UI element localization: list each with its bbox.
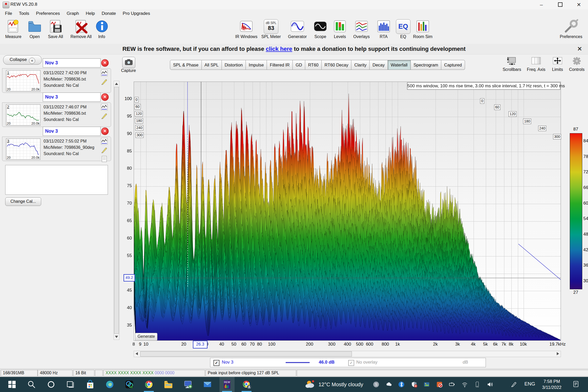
measurement-name-input[interactable]: Nov 3 (43, 127, 101, 136)
taskbar-app-rew[interactable]: REW (219, 377, 235, 392)
tab-impulse[interactable]: Impulse (246, 60, 267, 70)
measurement-entry-3[interactable]: 32020.0k03/11/2022 7:55:02 PMMic/Meter: … (0, 127, 113, 161)
menu-item-preferences[interactable]: Preferences (33, 11, 63, 16)
menu-item-file[interactable]: File (2, 11, 15, 16)
language-indicator[interactable]: ENG (524, 381, 535, 387)
tab-waterfall[interactable]: Waterfall (388, 60, 411, 70)
measurement-notes-icon[interactable] (101, 156, 108, 162)
toolbar-button-spl-meter[interactable]: dB SPL83SPL Meter (258, 19, 285, 43)
taskbar-app-cortana[interactable] (44, 377, 59, 392)
taskbar-app-store[interactable] (83, 377, 98, 392)
toolbar-button-ir-windows[interactable]: IR Windows (233, 19, 260, 43)
measurement-graph-icon[interactable] (101, 104, 108, 111)
measurement-close-icon[interactable]: ✕ (101, 127, 109, 135)
tray-speaker[interactable] (486, 381, 494, 388)
clock[interactable]: 7:58 PM 3/11/2022 (537, 378, 566, 390)
taskbar-app-teams[interactable] (122, 377, 137, 392)
measurement-entry-2[interactable]: 22020.0k03/11/2022 7:46:07 PMMic/Meter: … (0, 93, 113, 127)
tab-spectrogram[interactable]: Spectrogram (411, 60, 441, 70)
measurement-name-input[interactable]: Nov 3 (43, 93, 101, 102)
tray-photos[interactable] (423, 381, 431, 388)
tab-rt60-decay[interactable]: RT60 Decay (322, 60, 351, 70)
tab-distortion[interactable]: Distortion (222, 60, 246, 70)
toolbar-button-info[interactable]: Info (94, 19, 109, 43)
measurement-graph-icon[interactable] (101, 138, 108, 145)
taskbar-app-file-explorer[interactable] (161, 377, 176, 392)
banner-close-icon[interactable]: ✕ (575, 44, 584, 54)
scroll-down-icon[interactable] (115, 336, 118, 338)
measurement-graph-icon[interactable] (101, 70, 108, 76)
toolbar-button-save-all[interactable]: Save All (44, 19, 67, 43)
minimize-button[interactable]: – (532, 0, 550, 9)
generate-button[interactable]: Generate (135, 333, 157, 341)
measurement-entry-1[interactable]: 12020.0k03/11/2022 7:42:00 PMMic/Meter: … (0, 58, 113, 93)
measurement-thumbnail[interactable]: 12020.0k (6, 70, 40, 91)
thumbnail-range-high: 20.0k (31, 156, 40, 160)
taskbar-app-mail[interactable] (200, 377, 215, 392)
menu-item-graph[interactable]: Graph (63, 11, 82, 16)
tray-bluetooth[interactable] (397, 381, 405, 388)
tab-clarity[interactable]: Clarity (351, 60, 370, 70)
change-cal-button[interactable]: Change Cal... (5, 197, 41, 206)
scroll-left-icon[interactable] (136, 352, 138, 355)
graph-button-controls[interactable]: Controls (565, 56, 588, 72)
close-button[interactable]: ✕ (570, 0, 588, 9)
toolbar-button-remove-all[interactable]: Remove All (68, 19, 94, 43)
menu-item-tools[interactable]: Tools (15, 11, 33, 16)
measurement-name-input[interactable]: Nov 3 (43, 58, 101, 68)
toolbar-button-measure[interactable]: Measure (4, 19, 23, 43)
tray-battery[interactable] (448, 381, 456, 388)
overlay-checkbox[interactable]: ✓ (348, 360, 354, 366)
tray-defender[interactable] (410, 381, 418, 388)
scroll-up-icon[interactable] (115, 83, 118, 85)
maximize-button[interactable] (551, 0, 569, 9)
vertical-scroll-thumb[interactable] (114, 87, 119, 334)
scroll-right-icon[interactable] (557, 352, 559, 355)
tray-onedrive[interactable] (385, 381, 393, 388)
time-tick-left: 300 (136, 132, 144, 138)
capture-button[interactable] (122, 57, 135, 68)
tab-gd[interactable]: GD (293, 60, 305, 70)
toolbar-button-room-sim[interactable]: Room Sim (409, 19, 436, 43)
tab-filtered-ir[interactable]: Filtered IR (267, 60, 293, 70)
tab-rt60[interactable]: RT60 (305, 60, 322, 70)
tab-spl-phase[interactable]: SPL & Phase (170, 60, 202, 70)
taskbar-app-chrome[interactable] (141, 377, 156, 392)
graph-button-scrollbars[interactable]: Scrollbars (500, 56, 524, 72)
measurement-thumbnail[interactable]: 22020.0k (6, 104, 40, 126)
measurement-close-icon[interactable]: ✕ (101, 93, 109, 101)
graph-button-freq-axis[interactable]: Freq. Axis (524, 56, 548, 72)
measurement-edit-icon[interactable] (101, 113, 108, 119)
taskbar-app-start[interactable] (4, 377, 20, 392)
tab-all-spl[interactable]: All SPL (202, 60, 222, 70)
horizontal-scroll-thumb[interactable] (140, 351, 352, 357)
taskbar-app-task-view[interactable] (63, 377, 78, 392)
taskbar-app-chrome-profile[interactable] (239, 377, 254, 392)
measurement-edit-icon[interactable] (101, 147, 108, 154)
trace-checkbox[interactable]: ✓ (213, 360, 219, 366)
measurement-close-icon[interactable]: ✕ (101, 59, 109, 67)
toolbar-button-preferences[interactable]: Preferences (555, 19, 587, 43)
horizontal-scrollbar[interactable] (134, 351, 561, 357)
measurement-edit-icon[interactable] (101, 78, 108, 85)
tab-decay[interactable]: Decay (370, 60, 388, 70)
taskbar-app-remote-desktop[interactable] (180, 377, 195, 392)
tab-captured[interactable]: Captured (441, 60, 465, 70)
donation-link[interactable]: click here (266, 46, 292, 52)
toolbar-button-open[interactable]: Open (26, 19, 43, 43)
pen-icon[interactable] (510, 381, 518, 388)
measurement-thumbnail[interactable]: 32020.0k (6, 138, 40, 160)
taskbar-app-search[interactable] (24, 377, 39, 392)
notification-center-icon[interactable] (572, 381, 580, 388)
menu-item-donate[interactable]: Donate (98, 11, 119, 16)
weather-widget[interactable]: 12°C Mostly cloudy (304, 377, 363, 392)
tray-wifi[interactable] (461, 381, 469, 388)
taskbar-app-edge[interactable] (102, 377, 117, 392)
waterfall-plot[interactable] (134, 82, 561, 341)
tray-phone[interactable] (473, 381, 481, 388)
tray-skype[interactable]: S (372, 381, 380, 388)
menu-item-pro-upgrades[interactable]: Pro Upgrades (119, 11, 154, 16)
menu-item-help[interactable]: Help (82, 11, 98, 16)
tray-blocked-app[interactable] (436, 381, 443, 388)
vertical-scrollbar[interactable] (114, 81, 119, 340)
